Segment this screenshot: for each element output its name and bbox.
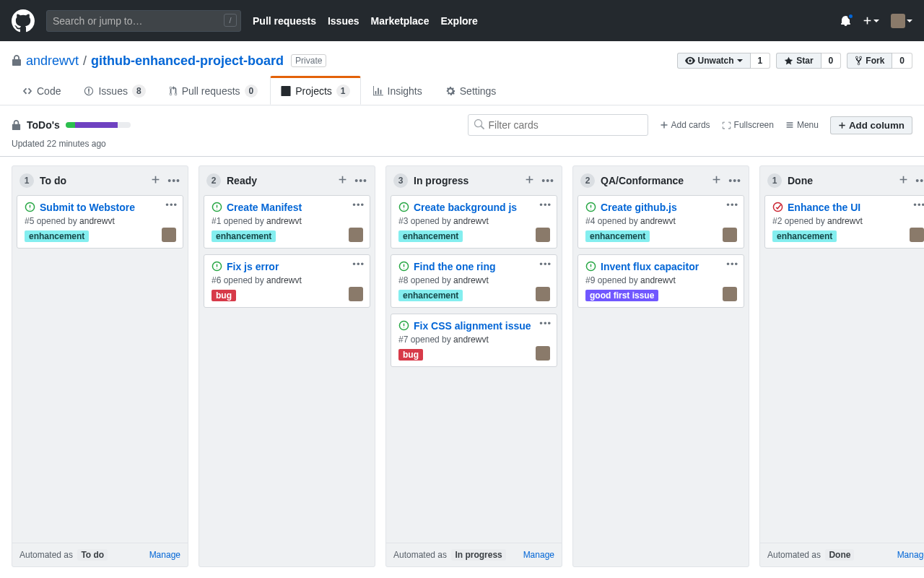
nav-issues[interactable]: Issues — [328, 15, 359, 27]
issue-label[interactable]: enhancement — [398, 290, 463, 301]
tab-settings[interactable]: Settings — [435, 77, 507, 105]
column-count: 1 — [19, 173, 34, 188]
add-card-button[interactable] — [899, 175, 908, 184]
search-input[interactable] — [46, 10, 241, 32]
repo-owner-link[interactable]: andrewvt — [26, 53, 79, 69]
issue-title-link[interactable]: Create Manifest — [227, 202, 302, 213]
column-count: 2 — [206, 173, 221, 188]
issue-card[interactable]: Invent flux capacitor ••• #9 opened by a… — [578, 254, 744, 308]
issue-title-link[interactable]: Fix CSS alignment issue — [414, 320, 531, 332]
issue-card[interactable]: Create background js ••• #3 opened by an… — [391, 195, 557, 249]
watch-count[interactable]: 1 — [751, 53, 771, 69]
issue-title-link[interactable]: Invent flux capacitor — [601, 261, 699, 272]
add-card-button[interactable] — [525, 175, 534, 184]
issue-label[interactable]: bug — [398, 349, 423, 361]
manage-link[interactable]: Manage — [149, 550, 180, 560]
assignee-avatar[interactable] — [536, 228, 550, 242]
add-cards-button[interactable]: Add cards — [660, 120, 710, 130]
issue-meta: #1 opened by andrewvt — [212, 216, 362, 226]
menu-button[interactable]: Menu — [785, 120, 819, 130]
issue-label[interactable]: good first issue — [585, 290, 658, 301]
fullscreen-button[interactable]: Fullscreen — [722, 120, 774, 130]
issue-card[interactable]: Fix js error ••• #6 opened by andrewvt b… — [204, 254, 370, 308]
issue-label[interactable]: enhancement — [772, 230, 837, 242]
issue-title-link[interactable]: Create github.js — [601, 202, 677, 213]
issue-title-link[interactable]: Create background js — [414, 202, 517, 213]
assignee-avatar[interactable] — [349, 287, 363, 301]
add-card-button[interactable] — [712, 175, 721, 184]
issue-card[interactable]: Submit to Webstore ••• #5 opened by andr… — [17, 195, 183, 249]
project-icon — [281, 86, 291, 96]
issue-label[interactable]: bug — [212, 290, 236, 301]
column-menu-button[interactable]: ••• — [541, 175, 554, 186]
avatar — [891, 14, 905, 28]
issue-label[interactable]: enhancement — [585, 230, 650, 242]
card-menu-button[interactable]: ••• — [165, 199, 178, 210]
tab-pull-requests[interactable]: Pull requests 0 — [158, 77, 269, 105]
column-cards: Submit to Webstore ••• #5 opened by andr… — [12, 195, 188, 543]
manage-link[interactable]: Manage — [897, 550, 924, 560]
add-card-button[interactable] — [151, 175, 160, 184]
card-menu-button[interactable]: ••• — [726, 199, 738, 210]
card-menu-button[interactable]: ••• — [726, 259, 738, 269]
profile-menu[interactable] — [891, 14, 912, 28]
primary-nav: Pull requests Issues Marketplace Explore — [253, 15, 478, 27]
card-menu-button[interactable]: ••• — [352, 259, 365, 269]
issue-card[interactable]: Create Manifest ••• #1 opened by andrewv… — [204, 195, 370, 249]
column-menu-button[interactable]: ••• — [728, 175, 741, 186]
manage-link[interactable]: Manage — [523, 550, 554, 560]
issue-open-icon — [585, 202, 596, 212]
issue-card[interactable]: Find the one ring ••• #8 opened by andre… — [391, 254, 557, 308]
issue-label[interactable]: enhancement — [212, 230, 276, 242]
repo-name-link[interactable]: github-enhanced-project-board — [91, 53, 284, 69]
caret-down-icon — [873, 20, 879, 22]
issue-title-link[interactable]: Fix js error — [227, 261, 279, 272]
issue-card[interactable]: Create github.js ••• #4 opened by andrew… — [578, 195, 744, 249]
assignee-avatar[interactable] — [536, 287, 550, 301]
card-menu-button[interactable]: ••• — [539, 199, 552, 210]
issue-label[interactable]: enhancement — [25, 230, 89, 242]
card-menu-button[interactable]: ••• — [539, 318, 552, 329]
github-logo-icon[interactable] — [12, 9, 35, 33]
tab-insights[interactable]: Insights — [362, 77, 433, 105]
add-column-button[interactable]: Add column — [830, 116, 912, 134]
automation-prefix: Automated as — [393, 550, 447, 560]
watch-button[interactable]: Unwatch — [677, 53, 751, 69]
automation-status: To do — [77, 549, 108, 561]
issue-card[interactable]: Fix CSS alignment issue ••• #7 opened by… — [391, 314, 557, 367]
fork-button[interactable]: Fork — [847, 53, 892, 69]
card-menu-button[interactable]: ••• — [539, 259, 552, 269]
create-menu[interactable] — [863, 16, 879, 25]
nav-pull-requests[interactable]: Pull requests — [253, 15, 316, 27]
issue-label[interactable]: enhancement — [398, 230, 463, 242]
card-menu-button[interactable]: ••• — [913, 199, 924, 210]
assignee-avatar[interactable] — [723, 287, 737, 301]
issue-title-link[interactable]: Find the one ring — [414, 261, 496, 272]
board-name: ToDo's — [27, 119, 60, 131]
column-menu-button[interactable]: ••• — [354, 175, 367, 186]
assignee-avatar[interactable] — [723, 228, 737, 242]
card-menu-button[interactable]: ••• — [352, 199, 365, 210]
fork-count[interactable]: 0 — [892, 53, 912, 69]
add-card-button[interactable] — [338, 175, 347, 184]
assignee-avatar[interactable] — [162, 228, 176, 242]
tab-issues[interactable]: Issues 8 — [73, 77, 156, 105]
nav-explore[interactable]: Explore — [440, 15, 477, 27]
star-count[interactable]: 0 — [821, 53, 842, 69]
issue-title-link[interactable]: Enhance the UI — [788, 202, 860, 213]
filter-cards-input[interactable] — [468, 114, 648, 136]
issue-card[interactable]: Enhance the UI ••• #2 opened by andrewvt… — [764, 195, 924, 249]
tab-code[interactable]: Code — [12, 77, 71, 105]
assignee-avatar[interactable] — [349, 228, 363, 242]
assignee-avatar[interactable] — [536, 346, 550, 361]
column-header: 1 Done ••• — [760, 166, 924, 195]
star-button[interactable]: Star — [776, 53, 821, 69]
repo-header: andrewvt / github-enhanced-project-board… — [0, 41, 924, 105]
column-menu-button[interactable]: ••• — [167, 175, 180, 186]
assignee-avatar[interactable] — [910, 228, 924, 242]
tab-projects[interactable]: Projects 1 — [270, 76, 360, 105]
notifications-button[interactable] — [840, 14, 851, 27]
column-menu-button[interactable]: ••• — [915, 175, 924, 186]
issue-title-link[interactable]: Submit to Webstore — [40, 202, 135, 213]
nav-marketplace[interactable]: Marketplace — [371, 15, 430, 27]
